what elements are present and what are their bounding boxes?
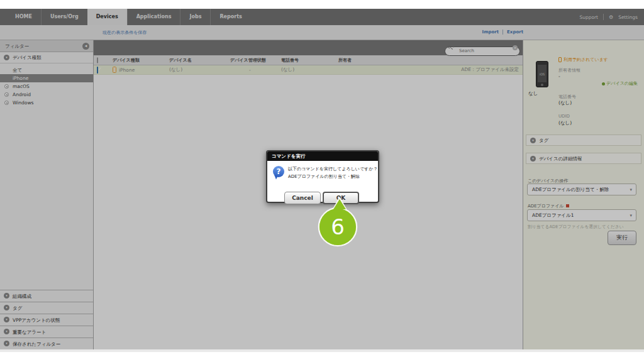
dialog-message-line1: 以下のコマンドを実行してよろしいですか？: [288, 166, 377, 173]
confirm-dialog: コマンドを実行 ? 以下のコマンドを実行してよろしいですか？ ADEプロファイル…: [266, 150, 379, 203]
step-number: 6: [331, 214, 345, 239]
app-window: HOME Users/Org Devices Applications Jobs…: [0, 9, 644, 349]
dialog-message-line2: ADEプロファイルの割り当て・解除: [288, 173, 377, 181]
page-shadow: [0, 349, 644, 352]
dialog-title: コマンドを実行: [267, 151, 378, 161]
dialog-message: 以下のコマンドを実行してよろしいですか？ ADEプロファイルの割り当て・解除: [288, 166, 377, 180]
step-callout: 6: [314, 196, 363, 256]
question-icon: ?: [273, 166, 284, 177]
